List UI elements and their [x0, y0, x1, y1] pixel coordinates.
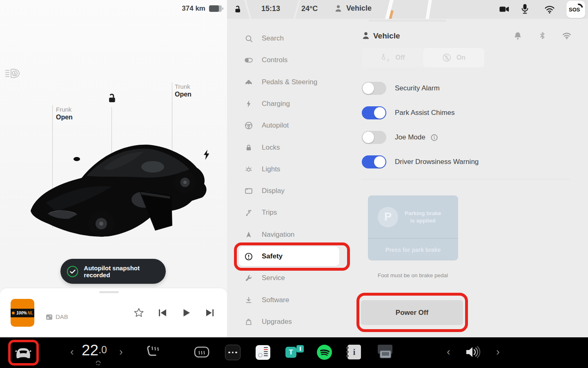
- sidebar-item-safety[interactable]: Safety: [239, 247, 339, 266]
- unlocked-status-icon[interactable]: [233, 4, 243, 14]
- app-launcher-button[interactable]: [225, 345, 241, 360]
- sidebar-item-display[interactable]: Display: [239, 180, 341, 202]
- theater-app-button[interactable]: [376, 344, 394, 360]
- defrost-button[interactable]: [194, 345, 210, 359]
- station-name-left: 100%: [16, 311, 27, 315]
- radio-app-button[interactable]: [256, 345, 270, 360]
- tesla-screen: 374 km A Frunk Open Trunk: [0, 0, 588, 368]
- frunk-status-label[interactable]: Frunk Open: [56, 105, 73, 121]
- segment-on-label: On: [457, 54, 466, 61]
- driver-profile[interactable]: Vehicle: [334, 4, 372, 13]
- sidebar-item-lights[interactable]: Lights: [239, 159, 341, 180]
- autopilot-snapshot-toast: Autopilot snapshot recorded: [60, 259, 166, 284]
- frunk-label: Frunk: [56, 105, 73, 113]
- media-source-label: DAB: [56, 313, 68, 320]
- outside-temperature[interactable]: 24°C: [301, 4, 318, 13]
- toggle-row-park-assist-chimes: Park Assist Chimes: [362, 106, 454, 119]
- toggle-thumb: [363, 132, 374, 143]
- sidebar-item-navigation[interactable]: Navigation: [239, 224, 341, 245]
- status-bar: 15:13 24°C Vehicle: [227, 0, 588, 19]
- pedestrian-2-icon: 2: [380, 53, 390, 62]
- temperature-decrease-button[interactable]: ‹: [70, 346, 74, 357]
- dashcam-icon[interactable]: [499, 5, 510, 13]
- toggle-label: Security Alarm: [395, 84, 440, 92]
- lane-line: [425, 0, 432, 19]
- toast-message: Autopilot snapshot recorded: [84, 265, 166, 278]
- security-alarm-toggle[interactable]: [362, 82, 386, 95]
- volume-down-button[interactable]: ‹: [447, 346, 450, 357]
- content-header: Vehicle: [361, 30, 574, 43]
- sidebar-item-locks[interactable]: Locks: [239, 137, 341, 158]
- owners-manual-icon: i: [347, 345, 361, 359]
- tunein-app-button[interactable]: T: [285, 345, 304, 359]
- unlocked-icon[interactable]: [106, 92, 117, 104]
- sidebar-item-search[interactable]: Search: [239, 28, 341, 49]
- toggle-thumb: [374, 156, 385, 168]
- sidebar-item-pedals-steering[interactable]: Pedals & Steering: [239, 72, 341, 93]
- next-track-button[interactable]: [204, 307, 216, 319]
- vehicle-controls-button[interactable]: [13, 345, 33, 361]
- sidebar-item-controls[interactable]: Controls: [239, 49, 341, 71]
- bluetooth-icon[interactable]: [538, 31, 546, 40]
- volume-button[interactable]: [465, 345, 483, 359]
- seat-heater-button[interactable]: [145, 344, 161, 360]
- sidebar-item-label: Upgrades: [262, 318, 292, 326]
- favorite-star-button[interactable]: [133, 307, 145, 319]
- toggle-label: Joe Mode: [395, 133, 425, 141]
- sidebar-item-upgrades[interactable]: Upgrades: [239, 311, 341, 332]
- auto-headlight-indicator-icon: A: [4, 67, 21, 81]
- sidebar-item-software[interactable]: Software: [239, 289, 341, 311]
- car-icon: [244, 78, 253, 87]
- radio-station-art[interactable]: 100% NL: [11, 299, 34, 327]
- microphone-icon[interactable]: [521, 4, 529, 15]
- sidebar-item-autopilot[interactable]: Autopilot: [239, 115, 341, 136]
- volume-up-button[interactable]: ›: [496, 346, 500, 357]
- seat-heater-icon: [145, 344, 161, 360]
- defroster-icon: [194, 345, 210, 359]
- play-button[interactable]: [180, 307, 192, 319]
- sidebar-item-label: Service: [262, 274, 285, 282]
- next-icon: [205, 307, 215, 318]
- charge-port-icon[interactable]: [203, 150, 211, 160]
- previous-track-button[interactable]: [157, 307, 168, 319]
- brake-pedal-footnote: Foot must be on brake pedal: [362, 272, 464, 278]
- road-line: [243, 0, 253, 19]
- station-name-right: NL: [28, 311, 33, 315]
- sidebar-item-trips[interactable]: Trips: [239, 202, 341, 223]
- sidebar-item-label: Search: [262, 34, 284, 43]
- lightning-icon: [244, 99, 253, 108]
- sidebar-item-charging[interactable]: Charging: [239, 93, 341, 114]
- sidebar-item-label: Display: [262, 187, 285, 195]
- wifi-icon[interactable]: [562, 32, 572, 40]
- launcher-bar: ‹ 22 .0 ›: [0, 337, 588, 368]
- trunk-status-label[interactable]: Trunk Open: [175, 83, 192, 98]
- joe-mode-toggle[interactable]: [362, 131, 386, 144]
- trunk-label: Trunk: [175, 83, 192, 90]
- lock-icon: [244, 143, 253, 152]
- sidebar-item-label: Autopilot: [262, 121, 289, 130]
- toggle-thumb: [363, 83, 374, 94]
- info-icon[interactable]: [430, 134, 438, 141]
- park-assist-chimes-toggle[interactable]: [362, 106, 386, 119]
- sos-button[interactable]: SOS: [566, 1, 585, 18]
- media-source: DAB: [46, 313, 68, 320]
- bell-icon[interactable]: [514, 31, 522, 40]
- wifi-status-icon[interactable]: [544, 5, 555, 14]
- owners-manual-button[interactable]: i: [347, 345, 361, 359]
- segment-off[interactable]: 2 Off: [362, 48, 423, 67]
- person-icon: [361, 31, 370, 40]
- driver-drowsiness-toggle[interactable]: [362, 155, 386, 168]
- power-off-button[interactable]: Power Off: [361, 300, 463, 325]
- spotify-app-button[interactable]: [317, 345, 332, 360]
- park-brake-button[interactable]: P Parking brake is applied Press for par…: [368, 195, 458, 260]
- segment-on[interactable]: On: [423, 48, 484, 67]
- temperature-increase-button[interactable]: ›: [119, 346, 123, 357]
- download-icon: [244, 296, 253, 305]
- segment-off-label: Off: [395, 54, 405, 61]
- driver-temperature[interactable]: 22 .0: [82, 342, 107, 359]
- battery-icon: [209, 5, 223, 12]
- media-drag-handle[interactable]: [99, 291, 119, 293]
- sidebar-item-label: Locks: [262, 144, 280, 152]
- sidebar-item-service[interactable]: Service: [239, 267, 341, 289]
- panel-drag-handle[interactable]: [369, 20, 446, 22]
